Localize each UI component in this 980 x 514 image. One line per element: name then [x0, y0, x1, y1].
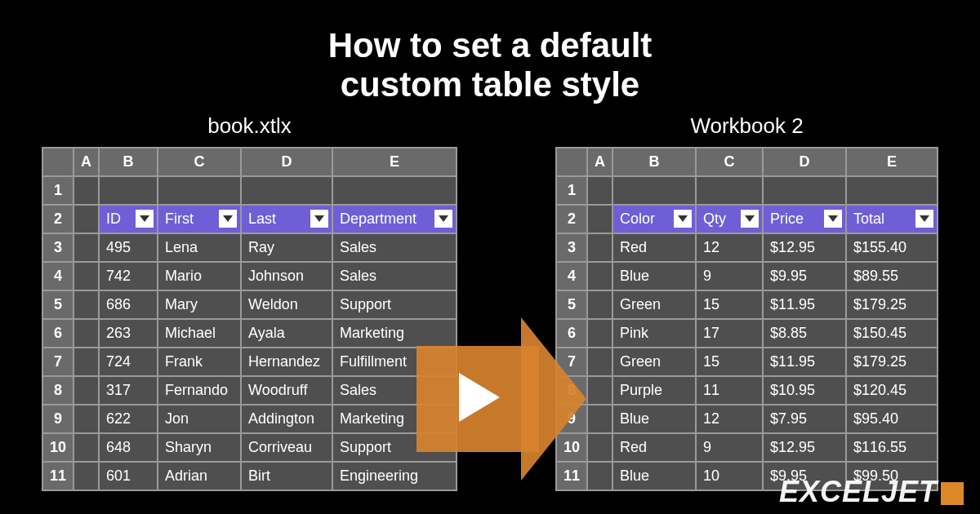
filter-dropdown-icon[interactable]	[310, 210, 328, 228]
cell[interactable]: 724	[100, 348, 157, 375]
col-header[interactable]: A	[588, 148, 612, 175]
cell[interactable]: Jon	[158, 405, 240, 432]
cell[interactable]: $12.95	[764, 234, 845, 261]
row-header[interactable]: 1	[557, 177, 586, 204]
cell[interactable]: Blue	[613, 405, 695, 432]
cell[interactable]: $8.85	[764, 320, 845, 347]
filter-dropdown-icon[interactable]	[434, 210, 452, 228]
cell[interactable]	[588, 377, 612, 404]
cell[interactable]: 9	[697, 263, 762, 290]
row-header[interactable]: 2	[43, 206, 73, 233]
cell[interactable]: Ayala	[242, 320, 332, 347]
col-header[interactable]: D	[764, 148, 845, 175]
table-header-last[interactable]: Last	[242, 206, 332, 233]
filter-dropdown-icon[interactable]	[219, 210, 237, 228]
cell[interactable]	[74, 320, 98, 347]
filter-dropdown-icon[interactable]	[741, 210, 759, 228]
cell[interactable]	[333, 177, 456, 204]
cell[interactable]	[158, 177, 240, 204]
cell[interactable]	[588, 206, 612, 233]
cell[interactable]: $9.95	[764, 263, 845, 290]
table-header-qty[interactable]: Qty	[697, 206, 762, 233]
col-header[interactable]: E	[847, 148, 937, 175]
cell[interactable]	[74, 234, 98, 261]
cell[interactable]: $120.45	[847, 377, 937, 404]
row-header[interactable]: 4	[557, 263, 586, 290]
cell[interactable]: 601	[100, 463, 157, 490]
cell[interactable]	[74, 434, 98, 461]
cell[interactable]: Sharyn	[158, 434, 240, 461]
col-header[interactable]: B	[613, 148, 695, 175]
cell[interactable]: Johnson	[242, 263, 332, 290]
cell[interactable]: Purple	[613, 377, 695, 404]
cell[interactable]: $12.95	[764, 434, 845, 461]
cell[interactable]: 15	[697, 291, 762, 318]
cell[interactable]: Sales	[333, 234, 456, 261]
cell[interactable]	[697, 177, 762, 204]
cell[interactable]: $179.25	[847, 291, 937, 318]
cell[interactable]: $10.95	[764, 377, 845, 404]
cell[interactable]: 495	[100, 234, 157, 261]
cell[interactable]	[588, 291, 612, 318]
cell[interactable]	[588, 177, 612, 204]
play-button[interactable]	[416, 309, 580, 472]
table-header-color[interactable]: Color	[613, 206, 695, 233]
row-header[interactable]: 6	[43, 320, 73, 347]
cell[interactable]: Ray	[242, 234, 332, 261]
row-header[interactable]: 2	[557, 206, 586, 233]
cell[interactable]: $11.95	[764, 291, 845, 318]
filter-dropdown-icon[interactable]	[674, 210, 692, 228]
cell[interactable]	[588, 263, 612, 290]
cell[interactable]: 9	[697, 434, 762, 461]
cell[interactable]: 686	[100, 291, 157, 318]
cell[interactable]: 15	[697, 348, 762, 375]
cell[interactable]: $150.45	[847, 320, 937, 347]
cell[interactable]	[74, 177, 98, 204]
cell[interactable]: Corriveau	[242, 434, 332, 461]
cell[interactable]: Mary	[158, 291, 240, 318]
cell[interactable]	[74, 206, 98, 233]
col-header[interactable]: A	[74, 148, 98, 175]
cell[interactable]	[74, 263, 98, 290]
row-header[interactable]: 9	[43, 405, 73, 432]
cell[interactable]	[588, 463, 612, 490]
cell[interactable]: 263	[100, 320, 157, 347]
cell[interactable]: 317	[100, 377, 157, 404]
select-all-corner[interactable]	[557, 148, 586, 175]
cell[interactable]: $7.95	[764, 405, 845, 432]
cell[interactable]	[74, 377, 98, 404]
row-header[interactable]: 5	[43, 291, 73, 318]
cell[interactable]: Birt	[242, 463, 332, 490]
cell[interactable]: $11.95	[764, 348, 845, 375]
row-header[interactable]: 10	[43, 434, 73, 461]
cell[interactable]: Hernandez	[242, 348, 332, 375]
cell[interactable]	[74, 291, 98, 318]
cell[interactable]: 648	[100, 434, 157, 461]
col-header[interactable]: C	[158, 148, 240, 175]
cell[interactable]: 10	[697, 463, 762, 490]
col-header[interactable]: C	[697, 148, 762, 175]
cell[interactable]	[100, 177, 157, 204]
filter-dropdown-icon[interactable]	[136, 210, 154, 228]
cell[interactable]: 742	[100, 263, 157, 290]
cell[interactable]: Frank	[158, 348, 240, 375]
row-header[interactable]: 4	[43, 263, 73, 290]
table-header-first[interactable]: First	[158, 206, 240, 233]
cell[interactable]: Green	[613, 291, 695, 318]
cell[interactable]: Weldon	[242, 291, 332, 318]
cell[interactable]: Green	[613, 348, 695, 375]
cell[interactable]: Woodruff	[242, 377, 332, 404]
cell[interactable]: Blue	[613, 263, 695, 290]
cell[interactable]: Blue	[613, 463, 695, 490]
row-header[interactable]: 3	[43, 234, 73, 261]
cell[interactable]: Lena	[158, 234, 240, 261]
cell[interactable]: Pink	[613, 320, 695, 347]
row-header[interactable]: 11	[43, 463, 73, 490]
row-header[interactable]: 3	[557, 234, 586, 261]
cell[interactable]	[588, 234, 612, 261]
row-header[interactable]: 8	[43, 377, 73, 404]
filter-dropdown-icon[interactable]	[915, 210, 933, 228]
cell[interactable]: 622	[100, 405, 157, 432]
cell[interactable]: Adrian	[158, 463, 240, 490]
row-header[interactable]: 1	[43, 177, 73, 204]
